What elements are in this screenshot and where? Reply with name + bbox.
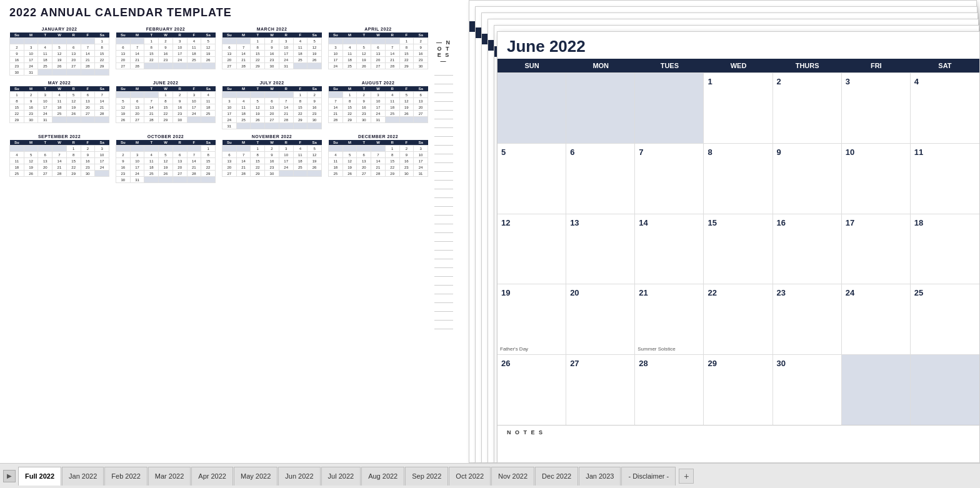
day-header: F	[293, 140, 308, 146]
day-header: Sa	[201, 32, 216, 38]
cal-day: 10	[172, 44, 187, 51]
tab-add-button[interactable]: +	[679, 469, 694, 484]
tab-sep-2022[interactable]: Sep 2022	[405, 467, 448, 486]
cal-day	[130, 92, 144, 98]
cal-day: 4	[236, 98, 251, 104]
tab-jan-2022[interactable]: Jan 2022	[62, 467, 104, 486]
day-header: W	[265, 140, 279, 146]
tab-jan-2023[interactable]: Jan 2023	[579, 467, 621, 486]
tab-full-2022[interactable]: Full 2022	[18, 467, 61, 486]
cal-day	[172, 177, 187, 183]
cal-day: 21	[130, 57, 144, 63]
cal-day: 22	[293, 111, 308, 117]
page-title: 2022 ANNUAL CALENDAR TEMPLATE	[9, 6, 453, 19]
cal-day	[201, 117, 216, 123]
tab-dec-2022[interactable]: Dec 2022	[535, 467, 578, 486]
cal-day: 25	[38, 63, 52, 69]
june-week: 567891011	[498, 143, 979, 214]
cal-day: 15	[10, 104, 24, 111]
cal-day: 27	[81, 111, 95, 117]
cal-day: 21	[329, 111, 343, 117]
tab-mar-2022[interactable]: Mar 2022	[148, 467, 191, 486]
cal-day: 5	[357, 44, 371, 51]
cal-day: 6	[130, 98, 144, 104]
mini-month-11: NOVEMBER 2022SuMTWRFSa123456789101112131…	[222, 134, 322, 183]
day-header: Su	[116, 86, 131, 92]
june-day-event: Summer Solstice	[638, 346, 675, 352]
june-day-number: 24	[846, 288, 854, 297]
day-header: Su	[222, 140, 237, 146]
cal-day: 26	[159, 171, 173, 177]
day-header: M	[342, 32, 357, 38]
june-day-number: 26	[501, 359, 510, 368]
mini-month-9: SEPTEMBER 2022SuMTWRFSa12345678910111213…	[9, 134, 109, 183]
june-day: 25	[911, 284, 979, 354]
cal-day: 31	[24, 69, 38, 76]
tab-apr-2022[interactable]: Apr 2022	[191, 467, 233, 486]
cal-day: 3	[130, 152, 144, 158]
cal-day: 21	[187, 164, 201, 171]
day-header: F	[293, 86, 308, 92]
cal-day: 7	[385, 44, 399, 51]
tab-nov-2022[interactable]: Nov 2022	[491, 467, 534, 486]
june-day: 17	[842, 214, 911, 284]
cal-day: 2	[172, 92, 187, 98]
cal-day: 13	[371, 51, 386, 57]
june-day: 29	[704, 355, 772, 425]
cal-day: 2	[24, 92, 38, 98]
day-header: Su	[222, 32, 237, 38]
cal-day	[95, 171, 109, 177]
cal-day: 5	[399, 92, 414, 98]
mini-month-title: MARCH 2022	[222, 27, 322, 31]
june-header-cell: MON	[566, 59, 635, 72]
tab-oct-2022[interactable]: Oct 2022	[449, 467, 491, 486]
day-header: R	[172, 140, 187, 146]
day-header: T	[357, 32, 371, 38]
june-day: 23	[773, 284, 842, 354]
cal-day: 2	[10, 44, 24, 51]
june-day: 10	[842, 144, 911, 214]
tab-arrow-left[interactable]: ▶	[3, 470, 16, 482]
day-header: T	[251, 86, 265, 92]
cal-day: 9	[116, 158, 131, 164]
june-day-number: 13	[570, 218, 579, 227]
cal-day: 17	[414, 158, 428, 164]
cal-day: 23	[81, 164, 95, 171]
cal-day	[399, 117, 414, 123]
cal-day: 13	[81, 98, 95, 104]
june-day-number: 14	[639, 218, 648, 227]
cal-day: 14	[236, 158, 251, 164]
day-header: W	[265, 32, 279, 38]
cal-day: 18	[201, 104, 216, 111]
cal-day: 10	[222, 104, 237, 111]
cal-day: 6	[371, 44, 386, 51]
cal-day: 25	[385, 111, 399, 117]
cal-day: 27	[222, 63, 237, 69]
mini-month-title: MAY 2022	[9, 81, 109, 85]
cal-day: 18	[236, 111, 251, 117]
cal-day: 14	[371, 158, 386, 164]
cal-day: 3	[279, 146, 293, 152]
cal-day: 18	[293, 158, 308, 164]
cal-day: 27	[414, 111, 428, 117]
tab-may-2022[interactable]: May 2022	[234, 467, 278, 486]
cal-day: 17	[38, 104, 52, 111]
june-day: 12	[498, 214, 566, 284]
day-header: T	[38, 86, 52, 92]
cal-day: 6	[265, 98, 279, 104]
tab-jul-2022[interactable]: Jul 2022	[321, 467, 361, 486]
cal-day: 31	[279, 63, 293, 69]
day-header: R	[172, 32, 187, 38]
cal-day: 25	[236, 117, 251, 123]
tab-aug-2022[interactable]: Aug 2022	[361, 467, 404, 486]
day-header: T	[38, 140, 52, 146]
cal-day: 6	[66, 44, 81, 51]
cal-day: 5	[342, 152, 357, 158]
cal-day: 11	[187, 44, 201, 51]
cal-day: 2	[81, 146, 95, 152]
tab-feb-2022[interactable]: Feb 2022	[104, 467, 147, 486]
tab---disclaimer--[interactable]: - Disclaimer -	[621, 467, 676, 486]
cal-day: 21	[385, 57, 399, 63]
tab-jun-2022[interactable]: Jun 2022	[278, 467, 320, 486]
cal-day: 7	[329, 98, 343, 104]
